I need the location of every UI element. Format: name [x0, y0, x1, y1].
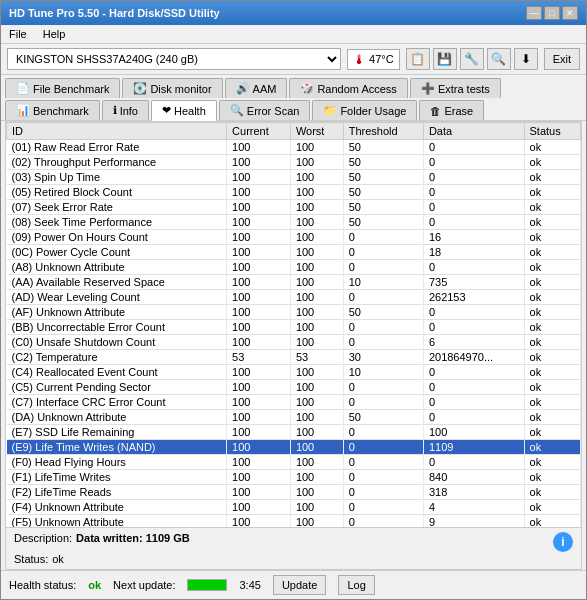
table-row[interactable]: (F1) LifeTime Writes1001000840ok	[7, 470, 581, 485]
table-row[interactable]: (E7) SSD Life Remaining1001000100ok	[7, 425, 581, 440]
cell-1: 100	[227, 470, 291, 485]
table-header-row: ID Current Worst Threshold Data Status	[7, 123, 581, 140]
table-container[interactable]: ID Current Worst Threshold Data Status (…	[6, 122, 581, 527]
tab-aam[interactable]: 🔊 AAM	[225, 78, 288, 98]
cell-5: ok	[524, 140, 580, 155]
table-row[interactable]: (07) Seek Error Rate100100500ok	[7, 200, 581, 215]
table-row[interactable]: (BB) Uncorrectable Error Count10010000ok	[7, 320, 581, 335]
tab-info[interactable]: ℹ Info	[102, 100, 149, 120]
main-window: HD Tune Pro 5.50 - Hard Disk/SSD Utility…	[0, 0, 587, 600]
info-icon[interactable]: i	[553, 532, 573, 552]
cell-3: 0	[343, 515, 423, 528]
device-selector[interactable]: KINGSTON SHSS37A240G (240 gB)	[7, 48, 341, 70]
cell-0: (F2) LifeTime Reads	[7, 485, 227, 500]
cell-1: 100	[227, 410, 291, 425]
next-update-label: Next update:	[113, 579, 175, 591]
minimize-button[interactable]: —	[526, 6, 542, 20]
cell-3: 0	[343, 320, 423, 335]
tab-error-scan[interactable]: 🔍 Error Scan	[219, 100, 311, 120]
cell-5: ok	[524, 230, 580, 245]
tab-folder-usage-label: Folder Usage	[340, 105, 406, 117]
cell-2: 100	[290, 485, 343, 500]
table-row[interactable]: (C7) Interface CRC Error Count10010000ok	[7, 395, 581, 410]
extra-tests-icon: ➕	[421, 82, 435, 95]
exit-button[interactable]: Exit	[544, 48, 580, 70]
health-table: ID Current Worst Threshold Data Status (…	[6, 122, 581, 527]
cell-1: 100	[227, 515, 291, 528]
tab-disk-monitor[interactable]: 💽 Disk monitor	[122, 78, 222, 98]
close-button[interactable]: ✕	[562, 6, 578, 20]
tab-file-benchmark[interactable]: 📄 File Benchmark	[5, 78, 120, 98]
cell-1: 100	[227, 440, 291, 455]
table-row[interactable]: (C4) Reallocated Event Count100100100ok	[7, 365, 581, 380]
temperature-display: 🌡 47°C	[347, 49, 400, 70]
table-row[interactable]: (AA) Available Reserved Space10010010735…	[7, 275, 581, 290]
thermometer-icon: 🌡	[353, 52, 366, 67]
cell-0: (0C) Power Cycle Count	[7, 245, 227, 260]
table-row[interactable]: (AF) Unknown Attribute100100500ok	[7, 305, 581, 320]
table-row[interactable]: (08) Seek Time Performance100100500ok	[7, 215, 581, 230]
table-row[interactable]: (03) Spin Up Time100100500ok	[7, 170, 581, 185]
table-row[interactable]: (E9) Life Time Writes (NAND)10010001109o…	[7, 440, 581, 455]
cell-0: (F5) Unknown Attribute	[7, 515, 227, 528]
title-bar: HD Tune Pro 5.50 - Hard Disk/SSD Utility…	[1, 1, 586, 25]
table-row[interactable]: (0C) Power Cycle Count100100018ok	[7, 245, 581, 260]
cell-4: 0	[423, 260, 524, 275]
time-value: 3:45	[239, 579, 260, 591]
tab-random-access[interactable]: 🎲 Random Access	[289, 78, 407, 98]
toolbar-btn-5[interactable]: ⬇	[514, 48, 538, 70]
cell-3: 30	[343, 350, 423, 365]
cell-5: ok	[524, 455, 580, 470]
table-row[interactable]: (F2) LifeTime Reads1001000318ok	[7, 485, 581, 500]
table-row[interactable]: (02) Throughput Performance100100500ok	[7, 155, 581, 170]
cell-1: 100	[227, 260, 291, 275]
toolbar-btn-4[interactable]: 🔍	[487, 48, 511, 70]
table-row[interactable]: (C2) Temperature535330201864970...ok	[7, 350, 581, 365]
tab-benchmark[interactable]: 📊 Benchmark	[5, 100, 100, 120]
cell-5: ok	[524, 470, 580, 485]
cell-2: 100	[290, 410, 343, 425]
table-row[interactable]: (DA) Unknown Attribute100100500ok	[7, 410, 581, 425]
cell-5: ok	[524, 245, 580, 260]
table-row[interactable]: (05) Retired Block Count100100500ok	[7, 185, 581, 200]
toolbar-icon-group: 📋 💾 🔧 🔍 ⬇	[406, 48, 538, 70]
table-row[interactable]: (09) Power On Hours Count100100016ok	[7, 230, 581, 245]
table-row[interactable]: (A8) Unknown Attribute10010000ok	[7, 260, 581, 275]
toolbar-btn-2[interactable]: 💾	[433, 48, 457, 70]
tab-random-access-label: Random Access	[317, 83, 396, 95]
aam-icon: 🔊	[236, 82, 250, 95]
toolbar-btn-1[interactable]: 📋	[406, 48, 430, 70]
menu-help[interactable]: Help	[39, 27, 70, 41]
cell-2: 100	[290, 275, 343, 290]
tab-folder-usage[interactable]: 📁 Folder Usage	[312, 100, 417, 120]
table-row[interactable]: (F4) Unknown Attribute10010004ok	[7, 500, 581, 515]
table-row[interactable]: (F5) Unknown Attribute10010009ok	[7, 515, 581, 528]
tab-health[interactable]: ❤ Health	[151, 100, 217, 121]
toolbar-btn-3[interactable]: 🔧	[460, 48, 484, 70]
update-button[interactable]: Update	[273, 575, 326, 595]
maximize-button[interactable]: □	[544, 6, 560, 20]
toolbar: KINGSTON SHSS37A240G (240 gB) 🌡 47°C 📋 💾…	[1, 44, 586, 75]
table-row[interactable]: (F0) Head Flying Hours10010000ok	[7, 455, 581, 470]
cell-1: 100	[227, 215, 291, 230]
cell-1: 100	[227, 485, 291, 500]
table-row[interactable]: (AD) Wear Leveling Count1001000262153ok	[7, 290, 581, 305]
table-row[interactable]: (01) Raw Read Error Rate100100500ok	[7, 140, 581, 155]
cell-3: 0	[343, 230, 423, 245]
bottom-bar: Health status: ok Next update: 3:45 Upda…	[1, 570, 586, 599]
cell-0: (AF) Unknown Attribute	[7, 305, 227, 320]
cell-3: 50	[343, 170, 423, 185]
tab-erase[interactable]: 🗑 Erase	[419, 100, 484, 120]
cell-5: ok	[524, 515, 580, 528]
menu-file[interactable]: File	[5, 27, 31, 41]
table-row[interactable]: (C5) Current Pending Sector10010000ok	[7, 380, 581, 395]
cell-2: 100	[290, 230, 343, 245]
tab-extra-tests[interactable]: ➕ Extra tests	[410, 78, 501, 98]
log-button[interactable]: Log	[338, 575, 374, 595]
window-controls: — □ ✕	[526, 6, 578, 20]
table-row[interactable]: (C0) Unsafe Shutdown Count10010006ok	[7, 335, 581, 350]
tab-extra-tests-label: Extra tests	[438, 83, 490, 95]
cell-1: 100	[227, 170, 291, 185]
temperature-value: 47°C	[369, 53, 394, 65]
cell-4: 6	[423, 335, 524, 350]
